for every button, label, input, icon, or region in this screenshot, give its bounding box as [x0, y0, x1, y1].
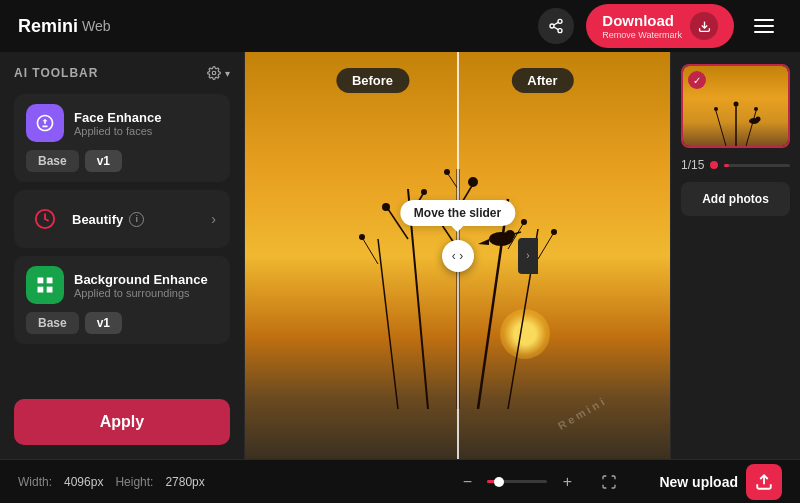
- svg-line-3: [554, 27, 559, 30]
- page-number: 1/15: [681, 158, 704, 172]
- svg-line-4: [554, 22, 559, 25]
- slider-handle[interactable]: ‹ ›: [442, 240, 474, 272]
- logo-area: Remini Web: [18, 16, 111, 37]
- settings-button[interactable]: ▾: [207, 66, 230, 80]
- bg-enhance-header: Background Enhance Applied to surroundin…: [26, 266, 218, 304]
- svg-line-40: [716, 111, 726, 146]
- bg-enhance-v1-button[interactable]: v1: [85, 312, 122, 334]
- after-label: After: [511, 68, 573, 93]
- zoom-out-button[interactable]: −: [455, 470, 479, 494]
- fullscreen-icon: [601, 474, 617, 490]
- logo-subtitle: Web: [82, 18, 111, 34]
- bg-enhance-section: Background Enhance Applied to surroundin…: [14, 256, 230, 344]
- svg-point-42: [733, 102, 738, 107]
- beautify-section[interactable]: Beautify i ›: [14, 190, 230, 248]
- svg-rect-9: [47, 278, 53, 284]
- new-upload-label: New upload: [659, 474, 738, 490]
- chevron-right-icon: ›: [211, 211, 216, 227]
- share-button[interactable]: [538, 8, 574, 44]
- svg-point-20: [468, 177, 478, 187]
- svg-point-36: [359, 234, 365, 240]
- svg-point-28: [505, 230, 515, 240]
- fullscreen-button[interactable]: [595, 468, 623, 496]
- svg-point-46: [755, 117, 760, 122]
- svg-line-35: [363, 239, 378, 264]
- before-label: Before: [336, 68, 409, 93]
- zoom-slider[interactable]: [487, 480, 547, 483]
- svg-marker-29: [478, 239, 489, 245]
- right-panel: ✓ 1/15 Add photos: [670, 52, 800, 459]
- header-right: Download Remove Watermark: [538, 4, 782, 49]
- zoom-controls: − +: [455, 470, 579, 494]
- gear-icon: [207, 66, 221, 80]
- svg-point-0: [558, 19, 562, 23]
- face-enhance-header: Face Enhance Applied to faces: [26, 104, 218, 142]
- zoom-in-button[interactable]: +: [555, 470, 579, 494]
- download-main-label: Download: [602, 12, 674, 30]
- new-upload-area: New upload: [659, 464, 782, 500]
- svg-point-34: [521, 219, 527, 225]
- svg-line-41: [746, 111, 756, 146]
- download-button[interactable]: Download Remove Watermark: [586, 4, 734, 49]
- height-label: Height:: [115, 475, 153, 489]
- zoom-slider-thumb[interactable]: [494, 477, 504, 487]
- upload-icon: [755, 473, 773, 491]
- svg-point-44: [754, 107, 758, 111]
- sidebar-title: AI TOOLBAR: [14, 66, 98, 80]
- height-value: 2780px: [165, 475, 204, 489]
- bg-enhance-versions: Base v1: [26, 312, 218, 334]
- image-container: Remini Before After Move the slider ‹ ›: [245, 52, 670, 459]
- download-sub-label: Remove Watermark: [602, 30, 682, 41]
- face-enhance-info: Face Enhance Applied to faces: [74, 110, 218, 137]
- bg-enhance-info: Background Enhance Applied to surroundin…: [74, 272, 218, 299]
- svg-line-37: [538, 234, 553, 259]
- face-enhance-section: Face Enhance Applied to faces Base v1: [14, 94, 230, 182]
- svg-point-2: [558, 29, 562, 33]
- sidebar: AI TOOLBAR ▾ Face Enhance Applied: [0, 52, 245, 459]
- logo-title: Remini: [18, 16, 78, 37]
- bottom-bar: Width: 4096px Height: 2780px − + New upl…: [0, 459, 800, 503]
- clock-icon: [34, 208, 56, 230]
- download-btn-text: Download Remove Watermark: [602, 12, 682, 41]
- menu-line: [754, 25, 774, 27]
- menu-line: [754, 31, 774, 33]
- width-label: Width:: [18, 475, 52, 489]
- thumbnail-check-icon: ✓: [688, 71, 706, 89]
- add-photos-button[interactable]: Add photos: [681, 182, 790, 216]
- svg-point-1: [550, 24, 554, 28]
- svg-point-38: [551, 229, 557, 235]
- svg-point-32: [444, 169, 450, 175]
- grid-icon: [35, 275, 55, 295]
- face-enhance-desc: Applied to faces: [74, 125, 218, 137]
- hamburger-menu-button[interactable]: [746, 8, 782, 44]
- svg-point-43: [714, 107, 718, 111]
- face-enhance-base-button[interactable]: Base: [26, 150, 79, 172]
- page-progress-fill: [724, 164, 729, 167]
- chevron-down-icon: ▾: [225, 68, 230, 79]
- page-dot: [710, 161, 718, 169]
- thumbnail-container[interactable]: ✓: [681, 64, 790, 148]
- beautify-left: Beautify i: [28, 202, 144, 236]
- info-icon: i: [129, 212, 144, 227]
- slider-tooltip: Move the slider: [400, 200, 515, 226]
- svg-rect-10: [38, 287, 44, 293]
- sidebar-header: AI TOOLBAR ▾: [14, 66, 230, 80]
- face-enhance-icon: [26, 104, 64, 142]
- slider-circle-icon[interactable]: ‹ ›: [442, 240, 474, 272]
- svg-line-14: [478, 199, 508, 409]
- svg-line-15: [378, 239, 398, 409]
- main-area: AI TOOLBAR ▾ Face Enhance Applied: [0, 52, 800, 459]
- new-upload-button[interactable]: [746, 464, 782, 500]
- width-value: 4096px: [64, 475, 103, 489]
- face-enhance-v1-button[interactable]: v1: [85, 150, 122, 172]
- beautify-text: Beautify: [72, 212, 123, 227]
- face-enhance-versions: Base v1: [26, 150, 218, 172]
- face-enhance-name: Face Enhance: [74, 110, 218, 125]
- expand-panel-button[interactable]: ›: [518, 238, 538, 274]
- face-icon: [35, 113, 55, 133]
- svg-rect-11: [47, 287, 53, 293]
- menu-line: [754, 19, 774, 21]
- svg-point-6: [212, 71, 216, 75]
- bg-enhance-base-button[interactable]: Base: [26, 312, 79, 334]
- apply-button[interactable]: Apply: [14, 399, 230, 445]
